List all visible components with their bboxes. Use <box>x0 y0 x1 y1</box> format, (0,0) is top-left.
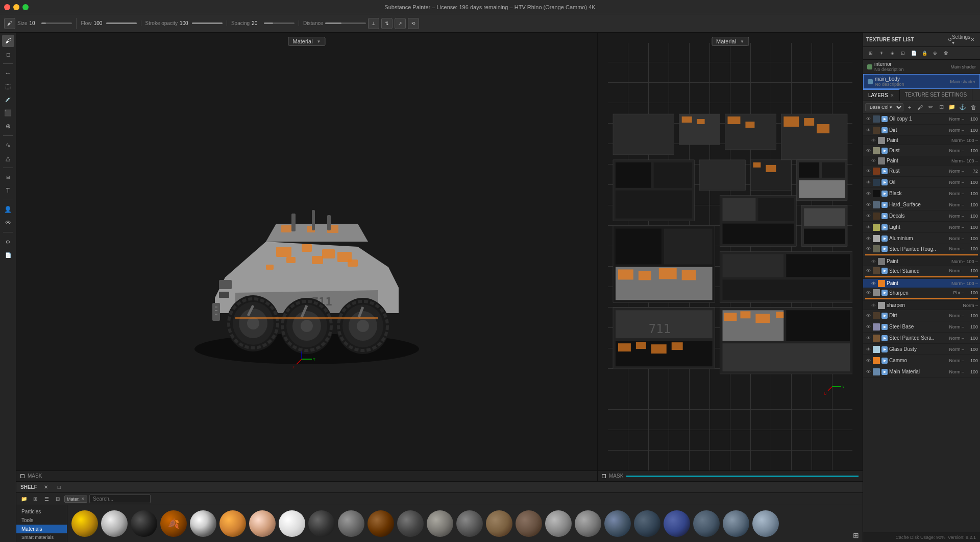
layer-light[interactable]: 👁 ▶ Light Norm – 100 <box>863 222 980 233</box>
layer-paint-2[interactable]: 👁 Paint Norm– 100 – <box>863 156 980 166</box>
material-ball-dark2[interactable] <box>308 510 335 537</box>
texture-set-settings-btn[interactable]: Settings ▾ <box>957 35 966 44</box>
layer-paint-1[interactable]: 👁 Paint Norm– 100 – <box>863 136 980 145</box>
base-channel-select[interactable]: Base Col ▾ <box>865 103 903 111</box>
layer-cammo[interactable]: 👁 ▶ Cammo Norm – 100 <box>863 355 980 366</box>
distance-slider[interactable] <box>325 22 366 24</box>
layers-edit-btn[interactable]: ✏ <box>926 103 936 112</box>
material-ball-mid8[interactable] <box>575 510 601 537</box>
shelf-nav-tools[interactable]: Tools <box>16 516 67 525</box>
viewport-3d[interactable]: Material ▼ <box>16 33 597 481</box>
material-ball-mid10[interactable] <box>634 510 660 537</box>
texture-set-close-btn[interactable]: ✕ <box>968 35 977 44</box>
material-ball-mid4[interactable] <box>456 510 483 537</box>
document-icon[interactable]: 📄 <box>2 249 14 261</box>
close-button[interactable] <box>4 4 10 10</box>
layer-eye-steel-base[interactable]: 👁 <box>865 324 871 330</box>
layer-eye-sharpen[interactable]: 👁 <box>865 290 871 296</box>
layer-steel-painted-rough[interactable]: 👁 ▶ Steel Painted Roug.. Norm – 100 <box>863 244 980 257</box>
material-ball-mid14[interactable] <box>752 510 779 537</box>
shelf-folder-icon[interactable]: 📁 <box>19 494 29 504</box>
shelf-nav-smart[interactable]: Smart materials <box>16 533 67 541</box>
layer-dust[interactable]: 👁 ▶ Dust Norm – 100 <box>863 145 980 156</box>
shelf-grid-view-button[interactable]: ⊞ <box>851 531 861 540</box>
layer-eye-steel-stained[interactable]: 👁 <box>865 268 871 274</box>
material-ball-white[interactable] <box>279 510 305 537</box>
material-ball-skin[interactable] <box>249 510 276 537</box>
selection-tool[interactable]: ⬚ <box>2 80 14 92</box>
layer-aluminium[interactable]: 👁 ▶ Aluminium Norm – 100 <box>863 233 980 244</box>
layer-eye-paint-1[interactable]: 👁 <box>870 137 876 144</box>
material-ball-mid3[interactable] <box>427 510 453 537</box>
layer-decals[interactable]: 👁 ▶ Decals Norm – 100 <box>863 210 980 222</box>
tab-layers[interactable]: LAYERS ✕ <box>863 89 900 101</box>
layer-black[interactable]: 👁 ▶ Black Norm – 100 <box>863 188 980 199</box>
layers-folder-btn[interactable]: 📁 <box>947 103 957 112</box>
paint-tool[interactable]: 🖌 <box>2 35 14 47</box>
material-ball-chrome[interactable] <box>190 510 216 537</box>
ts-icon-3[interactable]: ◈ <box>888 49 897 58</box>
layer-eye-light[interactable]: 👁 <box>865 224 871 230</box>
material-ball-mid12[interactable] <box>693 510 720 537</box>
layer-hard-surface[interactable]: 👁 ▶ Hard_Surface Norm – 100 <box>863 199 980 210</box>
layer-eye-black[interactable]: 👁 <box>865 191 871 197</box>
tab-layers-close[interactable]: ✕ <box>890 93 894 98</box>
visibility-icon[interactable]: 👁 <box>2 217 14 229</box>
layer-eye-paint-4[interactable]: 👁 <box>870 280 876 287</box>
layer-eye-dust[interactable]: 👁 <box>865 148 871 154</box>
align-button[interactable]: ⊥ <box>368 18 379 29</box>
layer-eye-dirt2[interactable]: 👁 <box>865 313 871 319</box>
ts-icon-4[interactable]: ⊡ <box>898 49 908 58</box>
layers-anchor-btn[interactable]: ⚓ <box>958 103 967 112</box>
layer-eye-oil-copy-1[interactable]: 👁 <box>865 116 871 122</box>
layer-glass-dusty[interactable]: 👁 ▶ Glass Dusty Norm – 100 <box>863 344 980 355</box>
brush-tool-button[interactable]: 🖌 <box>4 18 15 29</box>
material-ball-mid13[interactable] <box>723 510 749 537</box>
layer-eye-glass-dusty[interactable]: 👁 <box>865 346 871 352</box>
eyedropper-tool[interactable]: 💉 <box>2 93 14 106</box>
flip-button[interactable]: ⇅ <box>381 18 393 29</box>
material-ball-brown[interactable] <box>368 510 394 537</box>
smudge-tool[interactable]: ∿ <box>2 139 14 151</box>
layer-eye-paint-2[interactable]: 👁 <box>870 158 876 164</box>
shelf-nav-materials[interactable]: Materials <box>16 525 67 533</box>
layer-dirt[interactable]: 👁 ▶ Dirt Norm – 100 <box>863 125 980 136</box>
layer-sharpen-sub[interactable]: 👁 sharpen Norm – <box>863 301 980 310</box>
maximize-button[interactable] <box>22 4 29 10</box>
layers-mask-btn[interactable]: ⊡ <box>937 103 946 112</box>
layer-rust[interactable]: 👁 ▶ Rust Norm – 72 <box>863 166 980 177</box>
material-ball-mid[interactable] <box>338 510 364 537</box>
layer-eye-sharpen-sub[interactable]: 👁 <box>870 302 876 309</box>
mode-button[interactable]: ↗ <box>395 18 406 29</box>
shelf-close-button[interactable]: ✕ <box>41 483 51 492</box>
layer-eye-steel-scra[interactable]: 👁 <box>865 335 871 341</box>
minimize-button[interactable] <box>13 4 19 10</box>
layers-delete-btn[interactable]: 🗑 <box>969 103 978 112</box>
tab-texture-set-settings[interactable]: TEXTURE SET SETTINGS <box>900 89 973 101</box>
layer-eye-cammo[interactable]: 👁 <box>865 358 871 364</box>
ts-icon-7[interactable]: ⊕ <box>930 49 940 58</box>
layer-steel-stained[interactable]: 👁 ▶ Steel Stained Norm – 100 <box>863 266 980 279</box>
geometry-tool[interactable]: △ <box>2 152 14 164</box>
ts-icon-5[interactable]: 📄 <box>909 49 918 58</box>
settings-icon[interactable]: ⚙ <box>2 235 14 248</box>
texture-set-interrior[interactable]: interrior No description Main shader <box>863 60 980 74</box>
text-tool[interactable]: T <box>2 184 14 197</box>
layer-paint-3[interactable]: 👁 Paint Norm– 100 – <box>863 257 980 266</box>
shelf-filter-icon[interactable]: ⊟ <box>53 494 62 504</box>
transform-tool[interactable]: ↔ <box>2 67 14 79</box>
material-ball-gold[interactable] <box>71 510 98 537</box>
layer-oil-copy-1[interactable]: 👁 ▶ Oil copy 1 Norm – 100 <box>863 113 980 125</box>
layer-eye-decals[interactable]: 👁 <box>865 213 871 219</box>
layer-eye-steel-rough[interactable]: 👁 <box>865 246 871 252</box>
ts-icon-1[interactable]: ⊞ <box>866 49 875 58</box>
layer-eye-oil[interactable]: 👁 <box>865 179 871 185</box>
shelf-list-icon[interactable]: ☰ <box>42 494 51 504</box>
eraser-tool[interactable]: ◻ <box>2 48 14 60</box>
material-ball-mid9[interactable] <box>604 510 631 537</box>
layer-eye-dirt[interactable]: 👁 <box>865 127 871 133</box>
ts-icon-8[interactable]: 🗑 <box>941 49 950 58</box>
shelf-nav-particles[interactable]: Particles <box>16 507 67 516</box>
layer-eye-hard-surface[interactable]: 👁 <box>865 202 871 208</box>
fill-tool[interactable]: ⬛ <box>2 107 14 119</box>
